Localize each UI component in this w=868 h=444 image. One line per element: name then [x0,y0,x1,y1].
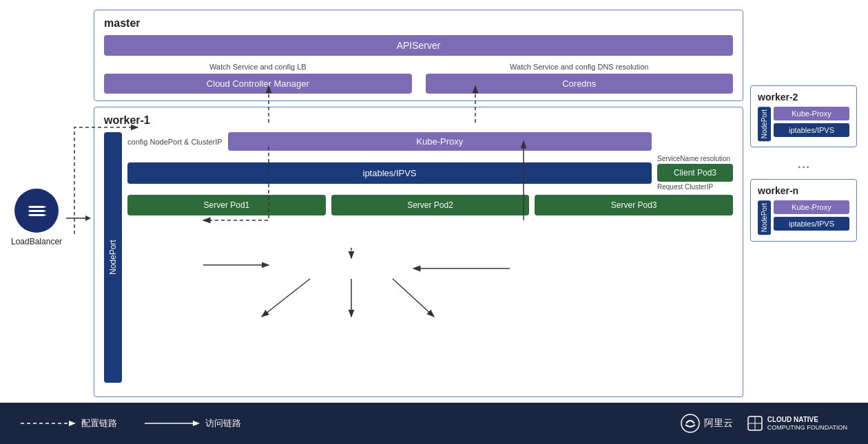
bottom-bar: 配置链路 访问链路 阿里云 [0,403,868,444]
lb-icon [14,189,59,233]
cluster-area: master APIServer Watch Service and confi… [94,10,857,397]
dashed-legend-label: 配置链路 [81,417,117,430]
kube-proxy-bar: Kube-Proxy [228,132,652,151]
aliyun-brand: 阿里云 [681,414,733,433]
solid-legend-label: 访问链路 [205,417,241,430]
iptables-bar: iptables/IPVS [127,162,652,184]
server-pod-2: Server Pod2 [331,195,530,215]
workern-kube-proxy: Kube-Proxy [774,200,849,214]
coredns-bar: Coredns [426,74,733,94]
worker2-title: worker-2 [758,92,849,103]
workern-iptables: iptables/IPVS [774,217,849,231]
ccm-bar: Cloud Controller Manager [104,74,411,94]
workern-title: worker-n [758,185,849,196]
workern-nodeport: NodePort [758,200,771,235]
svg-marker-11 [85,215,91,221]
worker1-box: worker-1 NodePort config NodePort & Clus… [94,107,743,397]
lb-to-nodeport-arrow [66,211,91,225]
dots-separator: ... [750,154,857,172]
api-server-bar: APIServer [104,35,733,56]
config-label: config NodePort & ClusterIP [127,138,223,146]
svg-point-20 [681,414,699,432]
right-workers: worker-2 NodePort Kube-Proxy iptables/IP… [750,85,857,397]
dashed-legend: 配置链路 [21,417,117,430]
service-name-label: ServiceName resolution [657,155,730,162]
watch-lb-label: Watch Service and config LB [209,63,307,71]
worker2-nodeport: NodePort [758,107,771,141]
cncf-line1: CLOUD NATIVE [767,416,847,424]
worker1-title: worker-1 [104,114,733,127]
server-pod-1: Server Pod1 [127,195,326,215]
master-title: master [104,17,733,30]
cncf-brand: CLOUD NATIVE COMPUTING FOUNDATION [747,415,847,432]
master-box: master APIServer Watch Service and confi… [94,10,743,101]
worker2-box: worker-2 NodePort Kube-Proxy iptables/IP… [750,85,857,147]
client-pod: Client Pod3 [657,164,733,182]
request-label: Request ClusterIP [657,183,713,191]
aliyun-label: 阿里云 [704,417,733,430]
cncf-line2: COMPUTING FOUNDATION [767,424,847,432]
svg-marker-17 [69,421,76,426]
solid-legend: 访问链路 [145,417,241,430]
worker2-kube-proxy: Kube-Proxy [774,107,849,120]
watch-dns-label: Watch Service and config DNS resolution [510,63,648,71]
lb-label: LoadBalancer [11,237,62,246]
svg-marker-19 [193,421,200,426]
nodeport-bar: NodePort [104,132,122,383]
worker2-iptables: iptables/IPVS [774,123,849,137]
server-pod-3: Server Pod3 [535,195,733,215]
loadbalancer-section: LoadBalancer [11,161,62,246]
workern-box: worker-n NodePort Kube-Proxy iptables/IP… [750,179,857,241]
